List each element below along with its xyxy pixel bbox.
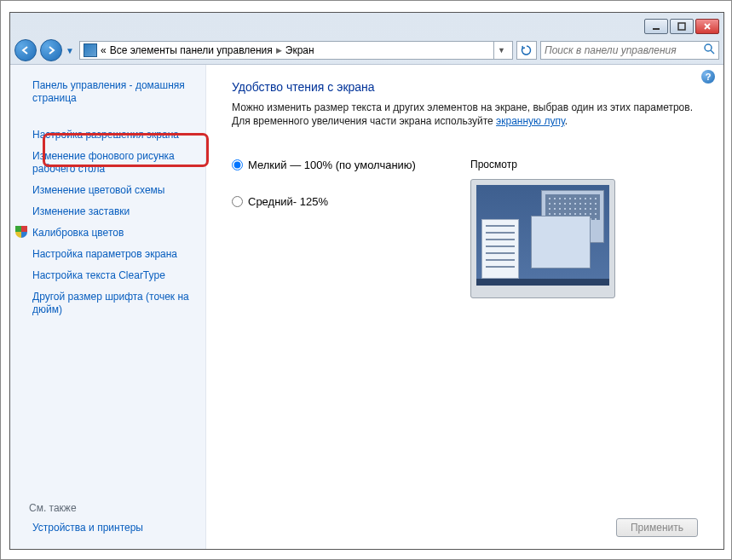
magnifier-link[interactable]: экранную лупу [496, 115, 565, 127]
sidebar-item-color-scheme[interactable]: Изменение цветовой схемы [10, 180, 205, 201]
maximize-button[interactable] [670, 19, 694, 34]
search-icon[interactable] [704, 43, 715, 57]
back-button[interactable] [14, 39, 37, 61]
titlebar [10, 13, 723, 37]
body-area: ? Панель управления - домашняя страница … [10, 64, 723, 549]
sidebar-item-screensaver[interactable]: Изменение заставки [10, 201, 205, 222]
chevron-right-icon: ▶ [276, 46, 282, 55]
radio-medium-label: Средний- 125% [248, 195, 328, 208]
history-chevron-icon[interactable]: ▼ [66, 46, 76, 55]
desc-text-1: Можно изменить размер текста и других эл… [232, 101, 693, 127]
svg-rect-0 [653, 28, 660, 30]
preview-taskbar [476, 279, 609, 286]
preview-start-menu [481, 219, 519, 279]
breadcrumb[interactable]: « Все элементы панели управления ▶ Экран… [79, 41, 513, 60]
minimize-button[interactable] [644, 19, 668, 34]
help-icon[interactable]: ? [701, 70, 715, 84]
preview-label: Просмотр [470, 159, 615, 170]
preview-screen [476, 185, 609, 286]
svg-point-2 [705, 44, 712, 51]
page-title: Удобство чтения с экрана [232, 80, 698, 94]
sidebar-item-color-calibration[interactable]: Калибровка цветов [10, 222, 205, 244]
preview-column: Просмотр [470, 159, 615, 298]
navbar: ▼ « Все элементы панели управления ▶ Экр… [10, 37, 723, 64]
sidebar-item-wallpaper[interactable]: Изменение фонового рисунка рабочего стол… [10, 146, 205, 180]
sidebar: Панель управления - домашняя страница На… [10, 65, 206, 549]
radio-small[interactable]: Мелкий — 100% (по умолчанию) [232, 159, 470, 171]
sidebar-item-resolution[interactable]: Настройка разрешения экрана [10, 124, 205, 146]
main-content: Удобство чтения с экрана Можно изменить … [206, 65, 723, 549]
close-button[interactable] [695, 19, 719, 34]
preview-monitor [470, 179, 615, 298]
control-panel-home-link[interactable]: Панель управления - домашняя страница [10, 75, 205, 109]
desc-text-2: . [565, 115, 568, 127]
forward-button[interactable] [40, 39, 62, 61]
sidebar-item-dpi[interactable]: Другой размер шрифта (точек на дюйм) [10, 286, 205, 320]
see-also-devices[interactable]: Устройства и принтеры [10, 517, 205, 539]
radio-medium-input[interactable] [232, 196, 243, 207]
radio-small-input[interactable] [232, 159, 243, 170]
preview-window-2 [531, 216, 591, 268]
sidebar-item-display-settings[interactable]: Настройка параметров экрана [10, 244, 205, 265]
breadcrumb-prefix: « [101, 44, 107, 56]
breadcrumb-dropdown-icon[interactable]: ▼ [493, 42, 509, 59]
see-also-title: См. также [10, 497, 205, 517]
sidebar-item-cleartype[interactable]: Настройка текста ClearType [10, 265, 205, 286]
breadcrumb-segment-1[interactable]: Все элементы панели управления [110, 44, 273, 56]
search-box[interactable] [540, 41, 719, 60]
apply-button[interactable]: Применить [616, 518, 698, 537]
options-row: Мелкий — 100% (по умолчанию) Средний- 12… [232, 159, 698, 298]
footer-row: Применить [232, 515, 698, 537]
svg-rect-1 [678, 23, 685, 30]
search-input[interactable] [545, 44, 704, 56]
window-frame: ▼ « Все элементы панели управления ▶ Экр… [9, 12, 724, 550]
breadcrumb-segment-2[interactable]: Экран [285, 44, 314, 56]
control-panel-icon [84, 43, 97, 57]
refresh-button[interactable] [516, 41, 537, 60]
page-description: Можно изменить размер текста и других эл… [232, 101, 698, 128]
radio-small-label: Мелкий — 100% (по умолчанию) [248, 159, 416, 171]
radio-medium[interactable]: Средний- 125% [232, 195, 470, 208]
radio-column: Мелкий — 100% (по умолчанию) Средний- 12… [232, 159, 470, 232]
